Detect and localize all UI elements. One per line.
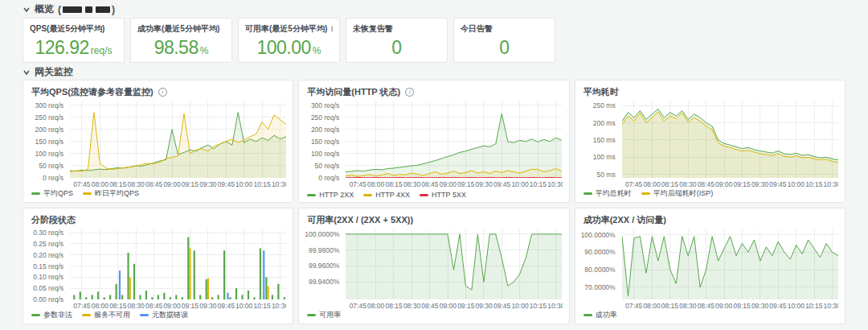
legend-label: HTTP 2XX <box>319 191 354 199</box>
x-tick-label: 08:00 <box>92 302 108 310</box>
panel-avg-latency: 平均耗时 250 ms200 ms150 ms100 ms50 ms07:450… <box>575 80 845 203</box>
y-tick-label: 300 req/s <box>35 101 63 109</box>
chart-plot-area[interactable] <box>622 101 838 178</box>
x-tick-label: 10:15 <box>253 180 270 188</box>
chart-plot-area[interactable] <box>346 101 562 178</box>
x-tick-label: 09:15 <box>457 302 474 310</box>
chart-plot-area[interactable] <box>70 229 286 299</box>
legend-item[interactable]: 参数非法 <box>31 310 72 320</box>
y-axis: 100.0000%99.9800%99.9600%99.9400% <box>305 229 342 299</box>
y-axis: 300 req/s250 req/s200 req/s150 req/s100 … <box>305 101 342 178</box>
chart-plot-area[interactable] <box>622 229 838 299</box>
info-icon[interactable]: i <box>405 88 414 97</box>
charts-grid: 平均QPS(流控请参考容量监控)i 300 req/s250 req/s200 … <box>23 80 845 324</box>
y-axis: 300 req/s250 req/s200 req/s150 req/s100 … <box>30 101 67 178</box>
x-tick-label: 10:00 <box>788 180 805 188</box>
y-tick-label: 0.10 req/s <box>33 273 63 281</box>
chart-plot-area[interactable] <box>346 229 562 299</box>
legend-item[interactable]: HTTP 2XX <box>307 191 354 199</box>
x-tick-label: 07:45 <box>350 180 366 188</box>
redacted-text: () <box>58 4 115 15</box>
legend-swatch-icon <box>31 314 40 316</box>
y-tick-label: 0 req/s <box>318 174 339 182</box>
stat-title: 成功率(最近5分钟平均) <box>137 23 225 35</box>
chevron-down-icon <box>23 6 31 14</box>
section-header-overview[interactable]: 概览 () <box>23 4 868 14</box>
panel-title[interactable]: 平均QPS(流控请参考容量监控)i <box>31 86 167 98</box>
x-tick-label: 09:00 <box>440 180 457 188</box>
x-tick-label: 09:30 <box>476 180 493 188</box>
x-tick-label: 08:00 <box>643 302 660 310</box>
y-tick-label: 0.00 req/s <box>33 295 63 303</box>
x-tick-label: 10:15 <box>530 302 547 310</box>
legend-item[interactable]: 平均后端耗时(ISP) <box>641 188 714 199</box>
x-tick-label: 09:30 <box>476 302 493 310</box>
panel-avg-qps: 平均QPS(流控请参考容量监控)i 300 req/s250 req/s200 … <box>23 80 293 203</box>
y-tick-label: 50 req/s <box>315 162 340 170</box>
x-axis: 07:4508:0008:1508:3008:4509:0009:1509:30… <box>622 178 838 189</box>
x-tick-label: 08:15 <box>385 302 402 310</box>
chart-legend: 可用率 <box>307 310 341 320</box>
panel-availability-rate: 可用率(2XX / (2XX + 5XX)) 100.0000%99.9800%… <box>298 208 569 324</box>
x-tick-label: 09:45 <box>493 302 510 310</box>
external-link-icon[interactable] <box>330 25 333 33</box>
chart-legend: HTTP 2XXHTTP 4XXHTTP 5XX <box>307 191 466 199</box>
legend-item[interactable]: 平均QPS <box>31 188 73 199</box>
x-tick-label: 09:45 <box>769 302 786 310</box>
panel-title[interactable]: 可用率(2XX / (2XX + 5XX)) <box>307 214 413 226</box>
legend-label: 昨日平均QPS <box>95 188 139 199</box>
x-tick-label: 08:15 <box>109 180 126 188</box>
legend-item[interactable]: 昨日平均QPS <box>83 188 139 199</box>
legend-item[interactable]: 可用率 <box>307 310 341 320</box>
chart-plot-area[interactable] <box>70 101 286 178</box>
stat-title: 今日告警 <box>461 23 548 35</box>
legend-item[interactable]: 元数据错误 <box>140 310 188 320</box>
x-tick-label: 10:30 <box>547 302 562 310</box>
x-tick-label: 07:45 <box>350 302 366 310</box>
x-tick-label: 08:00 <box>367 180 384 188</box>
x-tick-label: 08:45 <box>698 180 714 188</box>
x-tick-label: 09:45 <box>493 180 510 188</box>
y-tick-label: 200 req/s <box>311 126 339 134</box>
x-tick-label: 08:30 <box>403 180 420 188</box>
chart-svg <box>70 229 286 299</box>
legend-item[interactable]: 服务不可用 <box>82 310 130 320</box>
x-tick-label: 08:30 <box>128 302 145 310</box>
section-header-gateway[interactable]: 网关监控 <box>23 67 868 77</box>
x-tick-label: 09:00 <box>715 180 732 188</box>
y-tick-label: 100 req/s <box>35 150 63 158</box>
x-tick-label: 10:30 <box>272 302 286 310</box>
y-tick-label: 50 ms <box>597 171 616 179</box>
x-tick-label: 10:00 <box>235 302 252 310</box>
y-tick-label: 99.9400% <box>309 278 339 286</box>
x-tick-label: 08:30 <box>403 302 420 310</box>
legend-swatch-icon <box>583 192 592 195</box>
info-icon[interactable]: i <box>158 88 167 97</box>
x-tick-label: 10:15 <box>805 302 822 310</box>
x-tick-label: 08:15 <box>109 302 126 310</box>
chart-legend: 平均QPS昨日平均QPS <box>31 188 139 199</box>
x-tick-label: 10:15 <box>530 180 547 188</box>
legend-item[interactable]: HTTP 4XX <box>363 191 410 199</box>
x-tick-label: 10:30 <box>272 180 286 188</box>
legend-item[interactable]: 平均总耗时 <box>583 188 632 199</box>
stat-title: QPS(最近5分钟平均) <box>30 23 117 35</box>
panel-title[interactable]: 分阶段状态 <box>31 214 76 226</box>
legend-item[interactable]: HTTP 5XX <box>420 191 466 199</box>
legend-item[interactable]: 成功率 <box>583 310 617 320</box>
legend-swatch-icon <box>82 314 91 316</box>
x-tick-label: 09:30 <box>751 180 768 188</box>
y-tick-label: 100 req/s <box>311 150 339 158</box>
chart-svg <box>622 229 838 299</box>
x-tick-label: 09:30 <box>199 180 216 188</box>
x-tick-label: 08:15 <box>661 180 678 188</box>
x-tick-label: 09:15 <box>733 302 750 310</box>
panel-title[interactable]: 成功率(2XX / 访问量) <box>583 214 666 226</box>
panel-title[interactable]: 平均访问量(HTTP 状态)i <box>307 86 414 98</box>
section-title-gateway: 网关监控 <box>35 65 73 79</box>
x-tick-label: 08:15 <box>385 180 402 188</box>
x-tick-label: 09:15 <box>182 180 199 188</box>
x-tick-label: 09:30 <box>199 302 216 310</box>
panel-title[interactable]: 平均耗时 <box>583 86 619 98</box>
legend-label: 参数非法 <box>43 310 72 320</box>
